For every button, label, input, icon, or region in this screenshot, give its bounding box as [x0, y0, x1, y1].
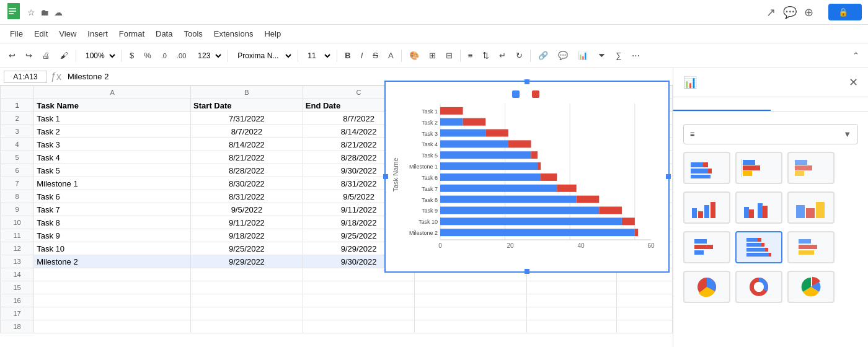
cell-start[interactable]: 9/18/2022 — [191, 229, 303, 242]
cell-start[interactable]: 9/29/2022 — [191, 255, 303, 268]
menu-view[interactable]: View — [54, 28, 81, 40]
cell-task[interactable]: Task 9 — [34, 229, 191, 242]
menu-extensions[interactable]: Extensions — [209, 28, 259, 40]
empty-cell[interactable] — [191, 320, 303, 333]
menu-insert[interactable]: Insert — [82, 28, 113, 40]
cell-task[interactable]: Task 2 — [34, 125, 191, 138]
menu-format[interactable]: Format — [114, 28, 149, 40]
cell-start[interactable]: 8/14/2022 — [191, 138, 303, 151]
cell-task[interactable]: Task 8 — [34, 216, 191, 229]
percent-button[interactable]: % — [140, 48, 155, 63]
empty-cell[interactable] — [34, 320, 191, 333]
fill-color-button[interactable]: 🎨 — [405, 48, 423, 63]
cell-task[interactable]: Milestone 2 — [34, 255, 191, 268]
empty-cell[interactable] — [616, 320, 672, 333]
cell-task[interactable]: Task 7 — [34, 203, 191, 216]
chart-type-dropdown[interactable]: ≡ ▼ — [683, 124, 858, 144]
font-select[interactable]: Proxima N... — [232, 49, 294, 63]
thumb-bar-2[interactable] — [735, 152, 782, 184]
empty-cell[interactable] — [303, 294, 415, 307]
bold-button[interactable]: B — [341, 48, 354, 63]
account-icon[interactable]: ⊕ — [804, 6, 813, 19]
cell-start[interactable]: 8/31/2022 — [191, 190, 303, 203]
cell-task[interactable]: Task 1 — [34, 112, 191, 125]
chart-resize-right[interactable] — [666, 174, 671, 179]
thumb-bar-1[interactable] — [683, 152, 730, 184]
chart-resize-top[interactable] — [525, 79, 529, 84]
italic-button[interactable]: I — [357, 48, 367, 63]
thumb-bar-3[interactable] — [787, 152, 835, 184]
print-button[interactable]: 🖨 — [38, 48, 54, 63]
menu-data[interactable]: Data — [151, 28, 177, 40]
star-icon[interactable]: ☆ — [27, 7, 35, 17]
empty-cell[interactable] — [303, 320, 415, 333]
decimal-increase-button[interactable]: .00 — [173, 50, 190, 62]
folder-icon[interactable]: 🖿 — [40, 7, 49, 17]
empty-cell[interactable] — [415, 294, 527, 307]
strikethrough-button[interactable]: S — [369, 48, 382, 63]
cell-start[interactable]: 9/11/2022 — [191, 216, 303, 229]
cell-task[interactable]: Task 5 — [34, 164, 191, 177]
zoom-select[interactable]: 100% — [80, 49, 118, 63]
empty-cell[interactable] — [34, 294, 191, 307]
cell-reference-input[interactable] — [4, 71, 47, 83]
tab-customize[interactable] — [771, 97, 868, 111]
cell-start[interactable]: 8/28/2022 — [191, 164, 303, 177]
cell-task[interactable]: Task 3 — [34, 138, 191, 151]
align-v-button[interactable]: ⇅ — [479, 48, 493, 63]
cell-task[interactable]: Task 10 — [34, 242, 191, 255]
menu-help[interactable]: Help — [259, 28, 286, 40]
empty-cell[interactable] — [527, 294, 617, 307]
thumb-col-3[interactable] — [787, 191, 835, 224]
cell-task[interactable]: Task 4 — [34, 151, 191, 164]
comment-icon[interactable]: 💬 — [783, 6, 797, 19]
empty-cell[interactable] — [191, 294, 303, 307]
empty-cell[interactable] — [303, 307, 415, 320]
link-button[interactable]: 🔗 — [534, 48, 552, 63]
empty-cell[interactable] — [415, 320, 527, 333]
cell-task[interactable]: Task 6 — [34, 190, 191, 203]
thumb-pie-2[interactable] — [735, 271, 782, 303]
thumb-hbar-1[interactable] — [683, 231, 730, 263]
empty-cell[interactable] — [527, 307, 617, 320]
cell-start[interactable]: Start Date — [191, 99, 303, 112]
thumb-hbar-2[interactable] — [735, 231, 782, 263]
cell-task[interactable]: Milestone 1 — [34, 177, 191, 190]
tab-setup[interactable] — [673, 97, 771, 111]
empty-cell[interactable] — [415, 307, 527, 320]
font-color-button[interactable]: A — [384, 48, 397, 63]
empty-cell[interactable] — [34, 268, 191, 281]
format-select[interactable]: 123 — [192, 49, 224, 63]
menu-tools[interactable]: Tools — [179, 28, 207, 40]
thumb-col-2[interactable] — [735, 191, 782, 224]
text-rotate-button[interactable]: ↻ — [512, 48, 526, 63]
cell-start[interactable]: 8/21/2022 — [191, 151, 303, 164]
cell-start[interactable]: 8/30/2022 — [191, 177, 303, 190]
empty-cell[interactable] — [191, 307, 303, 320]
thumb-pie-3[interactable] — [787, 271, 835, 303]
hide-toolbar-button[interactable]: ⌃ — [849, 48, 863, 63]
empty-cell[interactable] — [34, 281, 191, 294]
merge-button[interactable]: ⊟ — [442, 48, 456, 63]
empty-cell[interactable] — [616, 307, 672, 320]
menu-edit[interactable]: Edit — [29, 28, 53, 40]
undo-button[interactable]: ↩ — [5, 48, 19, 63]
align-h-button[interactable]: ≡ — [464, 48, 477, 63]
empty-cell[interactable] — [191, 268, 303, 281]
col-header-a[interactable]: A — [34, 86, 191, 99]
thumb-hbar-3[interactable] — [787, 231, 835, 263]
empty-cell[interactable] — [34, 307, 191, 320]
thumb-pie-1[interactable] — [683, 271, 730, 303]
col-header-b[interactable]: B — [191, 86, 303, 99]
redo-button[interactable]: ↪ — [22, 48, 36, 63]
panel-close-button[interactable]: ✕ — [849, 76, 858, 89]
paint-format-button[interactable]: 🖌 — [56, 48, 72, 63]
empty-cell[interactable] — [527, 320, 617, 333]
empty-cell[interactable] — [191, 281, 303, 294]
chart-button[interactable]: 📊 — [574, 48, 591, 63]
text-wrap-button[interactable]: ↵ — [495, 48, 510, 63]
share-button[interactable]: 🔒 — [828, 4, 862, 20]
cell-start[interactable]: 8/7/2022 — [191, 125, 303, 138]
cell-start[interactable]: 7/31/2022 — [191, 112, 303, 125]
filter-button[interactable]: ⏷ — [594, 48, 609, 63]
